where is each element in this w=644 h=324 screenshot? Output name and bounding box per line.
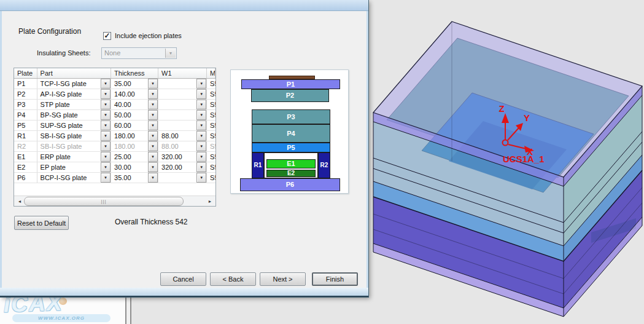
cell-thickness[interactable]: 50.00▼ (111, 110, 158, 120)
cell-part[interactable]: BP-SG plate▼ (37, 110, 111, 120)
cell-part[interactable]: BCP-I-SG plate▼ (37, 173, 111, 183)
axis-y-label: Y (524, 113, 530, 123)
scroll-left-icon[interactable]: ◄ (15, 197, 25, 206)
next-button[interactable]: Next > (260, 272, 306, 286)
dropdown-button-icon[interactable]: ▼ (148, 173, 158, 183)
dropdown-button-icon[interactable]: ▼ (148, 79, 158, 89)
dropdown-button-icon[interactable]: ▼ (196, 173, 206, 183)
cell-part[interactable]: TCP-I-SG plate▼ (37, 79, 111, 89)
table-row[interactable]: P4BP-SG plate▼50.00▼▼S5 (14, 110, 215, 121)
dropdown-button-icon[interactable]: ▼ (101, 141, 111, 151)
cell-thickness[interactable]: 30.00▼ (111, 162, 158, 172)
back-button[interactable]: < Back (210, 272, 256, 286)
cancel-button[interactable]: Cancel (160, 272, 206, 286)
header-m[interactable]: M (207, 68, 215, 78)
table-row[interactable]: P6BCP-I-SG plate▼35.00▼▼S5 (14, 173, 215, 183)
cell-thickness[interactable]: 35.00▼ (111, 79, 158, 89)
cell-part[interactable]: SUP-SG plate▼ (37, 121, 111, 130)
dropdown-button-icon[interactable]: ▼ (101, 173, 111, 183)
cell-thickness[interactable]: 40.00▼ (111, 100, 158, 109)
cell-part[interactable]: STP plate▼ (37, 100, 111, 109)
cell-w1[interactable]: ▼ (158, 121, 207, 130)
dropdown-button-icon[interactable]: ▼ (148, 100, 158, 109)
cell-thickness[interactable]: 25.00▼ (111, 152, 158, 162)
table-row[interactable]: P3STP plate▼40.00▼▼S5 (14, 100, 215, 110)
cell-w1[interactable]: 320.00▼ (158, 162, 207, 172)
cell-plate: P6 (14, 173, 37, 183)
dropdown-button-icon[interactable]: ▼ (148, 89, 158, 99)
cell-material: S5 (207, 152, 215, 162)
finish-button[interactable]: Finish (312, 272, 358, 286)
cell-part[interactable]: ERP plate▼ (37, 152, 111, 162)
scrollbar-thumb[interactable]: ||| (24, 197, 184, 206)
cell-part[interactable]: EP plate▼ (37, 162, 111, 172)
dropdown-button-icon[interactable]: ▼ (148, 131, 158, 141)
cell-w1[interactable]: ▼ (158, 100, 207, 109)
table-row[interactable]: P2AP-I-SG plate▼140.00▼▼S5 (14, 89, 215, 100)
insulating-sheets-select[interactable]: None ▼ (101, 47, 177, 59)
dropdown-button-icon[interactable]: ▼ (101, 162, 111, 172)
diagram-plate-r1: R1 (252, 152, 264, 178)
3d-viewport[interactable]: Z Y X UCS1A_1 (369, 0, 644, 324)
header-thickness[interactable]: Thickness (111, 68, 158, 78)
cell-thickness[interactable]: 180.00▼ (111, 131, 158, 141)
dropdown-button-icon[interactable]: ▼ (101, 79, 111, 89)
icax-url-banner: WWW.ICAX.ORG (12, 314, 111, 322)
table-row[interactable]: R1SB-I-SG plate▼180.00▼88.00▼S5 (14, 131, 215, 141)
table-row[interactable]: P5SUP-SG plate▼60.00▼▼S5 (14, 121, 215, 131)
dialog-titlebar[interactable]: Set Wizard - Step 2 of 4 - BI Type - 151… (0, 0, 368, 11)
cell-w1[interactable]: ▼ (158, 79, 207, 89)
dropdown-button-icon[interactable]: ▼ (101, 152, 111, 162)
cell-part[interactable]: SB-I-SG plate▼ (37, 141, 111, 151)
cell-w1[interactable]: ▼ (158, 173, 207, 183)
cell-thickness[interactable]: 180.00▼ (111, 141, 158, 151)
horizontal-scrollbar[interactable]: ◄ ||| ► (14, 196, 215, 206)
cell-w1[interactable]: ▼ (158, 89, 207, 99)
table-row[interactable]: E1ERP plate▼25.00▼320.00▼S5 (14, 152, 215, 162)
dropdown-button-icon[interactable]: ▼ (148, 141, 158, 151)
dropdown-button-icon[interactable]: ▼ (196, 100, 206, 109)
cell-thickness[interactable]: 35.00▼ (111, 173, 158, 183)
dropdown-button-icon[interactable]: ▼ (148, 162, 158, 172)
cell-plate: P3 (14, 100, 37, 109)
dropdown-button-icon[interactable]: ▼ (101, 131, 111, 141)
dropdown-button-icon[interactable]: ▼ (148, 121, 158, 130)
table-row[interactable]: P1TCP-I-SG plate▼35.00▼▼S5 (14, 79, 215, 89)
table-row[interactable]: E2EP plate▼30.00▼320.00▼S5 (14, 162, 215, 173)
dropdown-button-icon[interactable]: ▼ (101, 100, 111, 109)
cell-part[interactable]: SB-I-SG plate▼ (37, 131, 111, 141)
dropdown-button-icon[interactable]: ▼ (101, 121, 111, 130)
cell-w1[interactable]: 320.00▼ (158, 152, 207, 162)
cell-w1[interactable]: 88.00▼ (158, 131, 207, 141)
pane-splitter[interactable] (125, 297, 131, 324)
reset-to-default-button[interactable]: Reset to Default (14, 216, 69, 230)
cell-w1[interactable]: ▼ (158, 110, 207, 120)
cell-w1[interactable]: 88.00▼ (158, 141, 207, 151)
dropdown-button-icon[interactable]: ▼ (196, 162, 206, 172)
header-w1[interactable]: W1 (158, 68, 207, 78)
cell-plate: P5 (14, 121, 37, 130)
header-part[interactable]: Part (37, 68, 111, 78)
dropdown-button-icon[interactable]: ▼ (196, 131, 206, 141)
dropdown-button-icon[interactable]: ▼ (196, 110, 206, 120)
dropdown-button-icon[interactable]: ▼ (148, 152, 158, 162)
insulating-sheets-label: Insulating Sheets: (37, 49, 90, 57)
include-ejection-checkbox[interactable]: ✓ (103, 32, 111, 40)
dialog-bottom-frame (0, 288, 368, 297)
scroll-right-icon[interactable]: ► (205, 197, 215, 206)
dropdown-button-icon[interactable]: ▼ (196, 121, 206, 130)
cell-thickness[interactable]: 60.00▼ (111, 121, 158, 130)
table-row[interactable]: R2SB-I-SG plate▼180.00▼88.00▼S5 (14, 141, 215, 152)
dropdown-button-icon[interactable]: ▼ (148, 110, 158, 120)
dropdown-button-icon[interactable]: ▼ (196, 89, 206, 99)
cell-plate: P2 (14, 89, 37, 99)
dropdown-button-icon[interactable]: ▼ (196, 141, 206, 151)
header-plate[interactable]: Plate (14, 68, 37, 78)
dropdown-button-icon[interactable]: ▼ (101, 110, 111, 120)
dropdown-button-icon[interactable]: ▼ (101, 89, 111, 99)
chevron-down-icon[interactable]: ▼ (165, 49, 176, 58)
dropdown-button-icon[interactable]: ▼ (196, 152, 206, 162)
dropdown-button-icon[interactable]: ▼ (196, 79, 206, 89)
cell-thickness[interactable]: 140.00▼ (111, 89, 158, 99)
cell-part[interactable]: AP-I-SG plate▼ (37, 89, 111, 99)
